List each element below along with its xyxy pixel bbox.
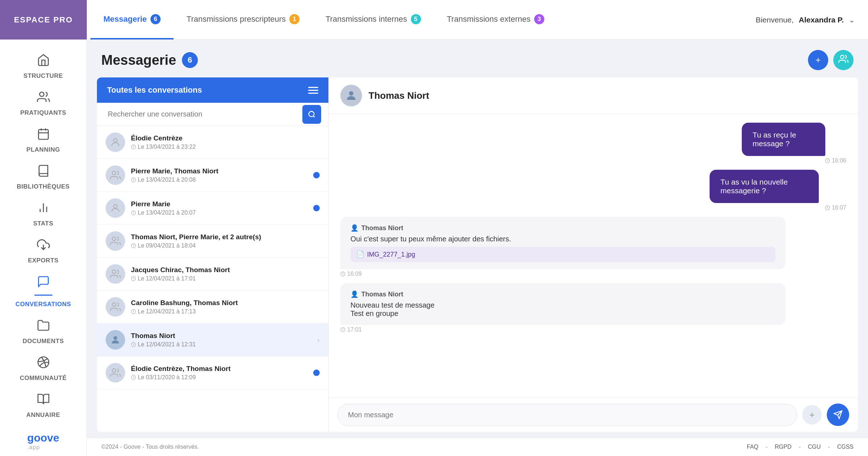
manage-users-button[interactable]	[833, 50, 854, 70]
conv-date: Le 12/04/2021 à 17:01	[131, 275, 320, 282]
sidebar-logo: goove .app	[18, 423, 68, 456]
messages-count-badge: 6	[182, 52, 198, 68]
pratiquants-icon	[37, 90, 50, 106]
tab-messagerie[interactable]: Messagerie 6	[90, 0, 174, 39]
sidebar-item-communaute[interactable]: COMMUNAUTÉ	[0, 349, 86, 386]
svg-point-13	[114, 139, 117, 142]
greeting-text: Bienvenue,	[756, 16, 793, 24]
message-received: 👤 Thomas Niort Nouveau test de message T…	[340, 283, 846, 333]
plus-icon: +	[809, 409, 814, 421]
conv-date: Le 13/04/2021 à 23:22	[131, 144, 320, 150]
sidebar-item-stats[interactable]: STATS	[0, 195, 86, 232]
svg-point-23	[112, 303, 116, 307]
sidebar-structure-label: STRUCTURE	[24, 72, 63, 80]
conv-info: Thomas Niort, Pierre Marie, et 2 autre(s…	[131, 233, 320, 249]
sender-icon: 👤	[350, 290, 358, 298]
avatar	[106, 165, 125, 185]
sidebar-pratiquants-label: PRATIQUANTS	[20, 109, 66, 117]
sidebar-item-conversations[interactable]: CONVERSATIONS	[0, 269, 86, 312]
search-button[interactable]	[302, 105, 321, 124]
sidebar-item-structure[interactable]: STRUCTURE	[0, 47, 86, 84]
conv-info: Élodie Centrèze Le 13/04/2021 à 23:22	[131, 134, 320, 150]
stats-icon	[37, 201, 50, 217]
conv-name: Élodie Centrèze, Thomas Niort	[131, 365, 307, 373]
avatar	[106, 330, 125, 350]
tab-transmissions-internes[interactable]: Transmissions internes 5	[312, 0, 434, 39]
message-text: Nouveau test de message Test en groupe	[350, 301, 775, 318]
menu-bar-3	[308, 93, 318, 94]
planning-icon	[37, 127, 50, 143]
conv-date: Le 13/04/2021 à 20:07	[131, 210, 307, 216]
conversations-icon	[37, 275, 50, 291]
main-layout: STRUCTURE PRATIQUANTS PLANNING BIBLIOTHÈ…	[0, 40, 868, 456]
tab-ti-label: Transmissions internes	[326, 14, 407, 24]
conv-menu-button[interactable]	[308, 87, 318, 94]
svg-point-15	[112, 171, 116, 175]
chat-avatar	[340, 85, 362, 106]
footer: ©2024 - Goove - Tous droits réservés. FA…	[87, 438, 868, 456]
tab-transmissions-prescripteurs[interactable]: Transmissions prescripteurs 1	[174, 0, 312, 39]
sidebar-item-exports[interactable]: EXPORTS	[0, 232, 86, 269]
conv-date: Le 13/04/2021 à 20:08	[131, 177, 307, 183]
send-button[interactable]	[827, 404, 849, 426]
list-item[interactable]: Jacques Chirac, Thomas Niort Le 12/04/20…	[97, 258, 328, 291]
message-sent: Tu as vu la nouvelle messagerie ? 16:07	[710, 170, 846, 211]
sidebar-item-planning[interactable]: PLANNING	[0, 121, 86, 158]
sidebar-item-bibliotheques[interactable]: BIBLIOTHÈQUES	[0, 158, 86, 195]
tab-te-badge: 3	[534, 14, 544, 24]
unread-indicator	[313, 370, 320, 376]
svg-point-29	[349, 91, 353, 96]
bibliotheques-icon	[37, 164, 50, 180]
list-item[interactable]: Pierre Marie, Thomas Niort Le 13/04/2021…	[97, 159, 328, 192]
user-name: Alexandra P.	[799, 16, 844, 24]
svg-point-21	[112, 270, 116, 274]
user-greeting: Bienvenue, Alexandra P. ⌄	[756, 16, 868, 24]
brand-logo: ESPACE PRO	[0, 0, 87, 39]
conv-info: Thomas Niort Le 12/04/2021 à 12:31	[131, 332, 311, 348]
sidebar-item-documents[interactable]: DOCUMENTS	[0, 312, 86, 349]
users-icon	[838, 54, 848, 66]
svg-line-12	[313, 116, 315, 117]
footer-cgu-link[interactable]: CGU	[808, 444, 821, 450]
conversation-list: Élodie Centrèze Le 13/04/2021 à 23:22	[97, 126, 328, 432]
conv-name: Pierre Marie	[131, 200, 307, 208]
message-input[interactable]	[337, 404, 797, 426]
sender-icon: 👤	[350, 224, 358, 232]
tab-transmissions-externes[interactable]: Transmissions externes 3	[434, 0, 557, 39]
user-menu-chevron[interactable]: ⌄	[849, 16, 855, 24]
tab-messagerie-badge: 6	[150, 14, 161, 24]
list-item[interactable]: Élodie Centrèze Le 13/04/2021 à 23:22	[97, 126, 328, 159]
list-item[interactable]: Élodie Centrèze, Thomas Niort Le 03/11/2…	[97, 356, 328, 389]
nav-tabs: Messagerie 6 Transmissions prescripteurs…	[87, 0, 756, 39]
sidebar-item-annuaire[interactable]: ANNUAIRE	[0, 386, 86, 423]
brand-label: ESPACE PRO	[14, 15, 73, 25]
conv-date: Le 12/04/2021 à 17:13	[131, 308, 320, 315]
footer-cgss-link[interactable]: CGSS	[837, 444, 854, 450]
search-input[interactable]	[104, 103, 302, 126]
footer-rgpd-link[interactable]: RGPD	[775, 444, 791, 450]
list-item[interactable]: Thomas Niort Le 12/04/2021 à 12:31 ›	[97, 324, 328, 356]
footer-faq-link[interactable]: FAQ	[747, 444, 758, 450]
svg-point-17	[114, 204, 117, 208]
message-meta: 17:01	[340, 326, 846, 333]
list-item[interactable]: Thomas Niort, Pierre Marie, et 2 autre(s…	[97, 225, 328, 258]
chat-messages: Tu as reçu le message ? 16:06 Tu as vu l…	[329, 114, 858, 397]
sender-label: 👤 Thomas Niort	[350, 290, 775, 298]
sender-name: Thomas Niort	[361, 224, 403, 232]
list-item[interactable]: Caroline Bashung, Thomas Niort Le 12/04/…	[97, 291, 328, 324]
avatar	[106, 132, 125, 152]
sidebar-documents-label: DOCUMENTS	[22, 338, 64, 345]
header-actions: +	[808, 50, 854, 70]
conversation-panel: Toutes les conversations	[97, 77, 328, 432]
file-attachment[interactable]: 📄 IMG_2277_1.jpg	[350, 247, 775, 262]
svg-point-27	[112, 369, 116, 372]
avatar	[106, 231, 125, 251]
sidebar-item-pratiquants[interactable]: PRATIQUANTS	[0, 84, 86, 121]
attach-button[interactable]: +	[802, 405, 822, 425]
add-conversation-button[interactable]: +	[808, 50, 828, 70]
list-item[interactable]: Pierre Marie Le 13/04/2021 à 20:07	[97, 192, 328, 225]
menu-bar-1	[308, 87, 318, 88]
content-area: Messagerie 6 + Toutes les conversations	[87, 40, 868, 456]
chat-header: Thomas Niort	[329, 77, 858, 114]
communaute-icon	[37, 356, 50, 372]
